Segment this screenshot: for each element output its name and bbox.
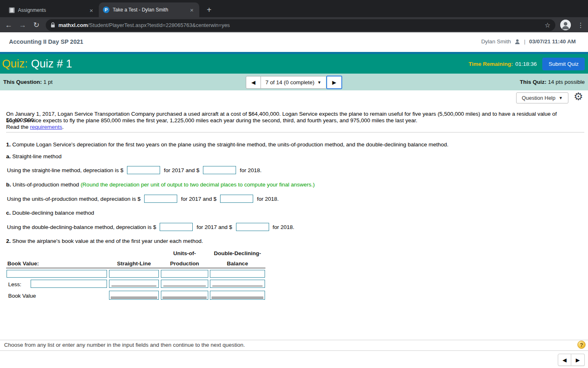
part-a-title: a. Straight-line method xyxy=(6,153,62,159)
straight-line-2017-input[interactable] xyxy=(127,166,160,174)
cost-units-of-production-input[interactable] xyxy=(161,270,208,277)
previous-question-bottom-button[interactable]: ◀ xyxy=(558,354,571,366)
reload-icon[interactable]: ↻ xyxy=(29,20,43,29)
user-icon xyxy=(514,39,520,45)
double-declining-prompt: Using the double-declining-balance metho… xyxy=(7,224,156,230)
col-units-of-header-line2: Production xyxy=(161,260,208,267)
time-remaining-label: Time Remaining: xyxy=(468,61,513,67)
straight-line-2018-input[interactable] xyxy=(203,166,236,174)
previous-question-button[interactable]: ◀ xyxy=(246,76,261,89)
this-question-points: 1 pt xyxy=(43,79,53,85)
part-c-text: Double-declining balance method xyxy=(12,210,94,216)
units-of-production-answer-row: Using the units-of-production method, de… xyxy=(7,194,279,203)
table-header-rule xyxy=(6,268,265,268)
header-divider: | xyxy=(524,38,526,45)
less-straight-line-input[interactable] xyxy=(109,280,158,287)
less-straight-line-cell xyxy=(109,280,159,288)
units-of-production-2018-input[interactable] xyxy=(220,195,253,203)
rounding-note: (Round the depreciation per unit of outp… xyxy=(80,182,314,188)
question-pager: ◀ 7 of 14 (0 complete) ▼ ▶ xyxy=(246,75,342,89)
part-a-label: a. xyxy=(6,153,11,159)
footer-instruction: Choose from any list or enter any number… xyxy=(4,342,245,348)
question-progress-label: 7 of 14 (0 complete) xyxy=(265,79,314,85)
cost-double-declining-cell xyxy=(210,270,265,278)
cost-units-of-production-cell xyxy=(161,270,208,278)
straight-line-prompt: Using the straight-line method, deprecia… xyxy=(7,167,123,173)
next-arrow-icon: ▶ xyxy=(332,79,336,85)
question-progress-dropdown[interactable]: 7 of 14 (0 complete) ▼ xyxy=(261,76,326,89)
tab-title: Assignments xyxy=(18,7,88,13)
profile-avatar[interactable] xyxy=(560,20,571,30)
settings-gear-icon[interactable]: ⚙ xyxy=(574,90,583,103)
url-domain: mathxl.com xyxy=(58,22,88,28)
double-declining-2018-input[interactable] xyxy=(236,223,269,231)
col-double-declining-header-line1: Double-Declining- xyxy=(210,250,265,256)
less-double-declining-input[interactable] xyxy=(210,280,265,287)
browser-toolbar: ← → ↻ mathxl.com/Student/PlayerTest.aspx… xyxy=(0,17,588,33)
help-icon[interactable]: ? xyxy=(577,341,586,349)
book-value-units-of-production-input[interactable] xyxy=(161,291,208,299)
book-value-straight-line-input[interactable] xyxy=(109,291,158,299)
chevron-down-icon: ▼ xyxy=(559,96,563,100)
close-tab-icon[interactable]: × xyxy=(88,7,95,14)
part-c-label: c. xyxy=(6,210,11,216)
read-the-text: Read the xyxy=(6,124,30,130)
requirement-1: 1. Compute Logan Service's depreciation … xyxy=(6,141,584,148)
part-a-text: Straight-line method xyxy=(12,153,62,159)
new-tab-button[interactable]: + xyxy=(203,4,215,16)
forward-icon[interactable]: → xyxy=(16,21,29,29)
straight-line-end-text: for 2018. xyxy=(240,167,261,173)
requirements-link[interactable]: requirements xyxy=(30,124,62,130)
book-value-double-declining-input[interactable] xyxy=(210,291,265,299)
part-b-label: b. xyxy=(6,182,11,188)
question-help-button[interactable]: Question Help ▼ xyxy=(516,92,568,103)
browser-tabstrip: Assignments × P Take a Test - Dylan Smit… xyxy=(0,0,588,17)
cost-description-cell xyxy=(7,270,107,278)
cost-description-input[interactable] xyxy=(7,270,107,277)
next-question-bottom-button[interactable]: ▶ xyxy=(571,354,585,366)
col-units-of-header-line1: Units-of- xyxy=(161,250,208,256)
units-of-production-mid-text: for 2017 and $ xyxy=(181,196,216,202)
header-datetime: 03/07/21 11:40 AM xyxy=(529,38,576,45)
course-header: Accounting II Day SP 2021 Dylan Smith | … xyxy=(0,32,588,52)
tab-assignments[interactable]: Assignments × xyxy=(5,3,99,17)
requirement-2-text: Show the airplane's book value at the en… xyxy=(12,238,203,244)
prev-arrow-icon: ◀ xyxy=(563,357,567,363)
part-b-text: Units-of-production method xyxy=(13,182,79,188)
double-declining-mid-text: for 2017 and $ xyxy=(196,224,232,230)
course-title: Accounting II Day SP 2021 xyxy=(9,38,83,45)
double-declining-end-text: for 2018. xyxy=(273,224,294,230)
help-row: Question Help ▼ ⚙ xyxy=(0,92,588,106)
pearson-favicon-icon: P xyxy=(103,7,109,13)
close-tab-icon[interactable]: × xyxy=(188,7,195,13)
book-value-units-of-production-cell xyxy=(161,291,208,300)
less-description-input[interactable] xyxy=(31,280,107,287)
browser-menu-icon[interactable]: ⋮ xyxy=(577,21,585,29)
period-text: . xyxy=(62,124,64,130)
next-question-button[interactable]: ▶ xyxy=(326,76,342,89)
bottom-pager: ◀ ▶ xyxy=(558,354,585,366)
units-of-production-2017-input[interactable] xyxy=(144,195,177,203)
url-path: /Student/PlayerTest.aspx?testId=22806576… xyxy=(88,22,230,28)
straight-line-answer-row: Using the straight-line method, deprecia… xyxy=(7,166,262,175)
problem-text-line2: Logan Service expects to fly the plane 8… xyxy=(6,117,417,123)
book-value-row-label: Book Value xyxy=(8,293,36,299)
bookmark-star-icon[interactable]: ☆ xyxy=(545,21,550,29)
submit-quiz-button[interactable]: Submit Quiz xyxy=(542,58,585,70)
url-bar[interactable]: mathxl.com/Student/PlayerTest.aspx?testI… xyxy=(46,19,555,31)
book-value-column-header: Book Value: xyxy=(7,260,39,267)
cost-double-declining-input[interactable] xyxy=(210,270,265,277)
less-description-cell xyxy=(31,280,107,288)
back-icon[interactable]: ← xyxy=(2,21,16,29)
avatar-person-icon xyxy=(560,20,571,30)
less-label: Less: xyxy=(8,281,21,287)
less-units-of-production-input[interactable] xyxy=(161,280,208,287)
part-b-title: b. Units-of-production method (Round the… xyxy=(6,182,315,188)
double-declining-2017-input[interactable] xyxy=(160,223,193,231)
tab-title: Take a Test - Dylan Smith xyxy=(113,7,188,13)
straight-line-mid-text: for 2017 and $ xyxy=(164,167,199,173)
cost-straight-line-input[interactable] xyxy=(109,270,158,277)
double-declining-answer-row: Using the double-declining-balance metho… xyxy=(7,222,294,231)
less-double-declining-cell xyxy=(210,280,265,288)
tab-take-a-test[interactable]: P Take a Test - Dylan Smith × xyxy=(99,2,199,17)
